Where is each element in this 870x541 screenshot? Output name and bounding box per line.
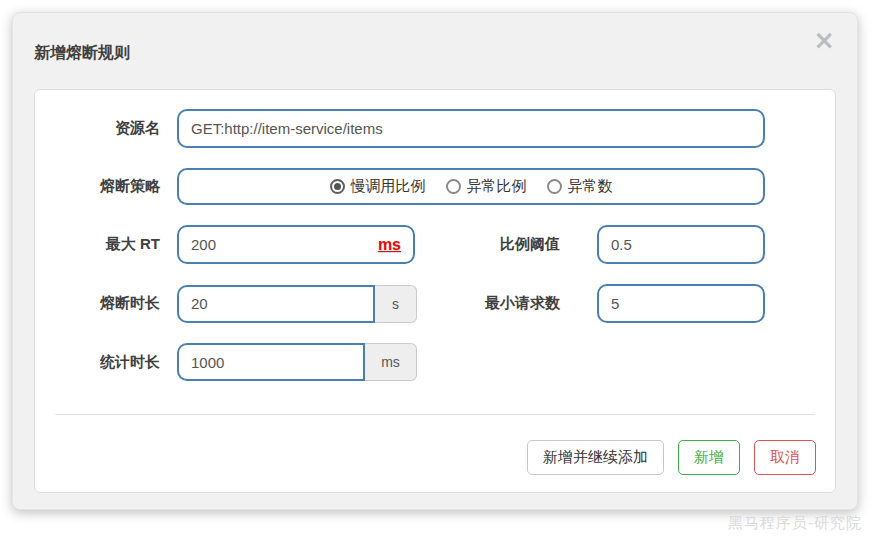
dialog-footer: 新增并继续添加 新增 取消 — [35, 440, 835, 475]
close-icon[interactable]: × — [813, 27, 835, 53]
add-and-continue-button[interactable]: 新增并继续添加 — [527, 440, 664, 475]
strategy-label: 熔断策略 — [35, 177, 177, 196]
watermark: 黑马程序员-研究院 — [728, 514, 862, 533]
ratio-threshold-input[interactable] — [597, 225, 765, 264]
strategy-row: 熔断策略 慢调用比例 异常比例 异常数 — [35, 168, 835, 205]
dialog-title: 新增熔断规则 — [34, 43, 130, 64]
form-panel: 资源名 熔断策略 慢调用比例 异常比例 异常数 最大 R — [34, 89, 836, 493]
strategy-option-error-count[interactable]: 异常数 — [547, 177, 613, 196]
radio-icon — [547, 179, 562, 194]
stat-duration-row: 统计时长 ms — [35, 343, 835, 381]
stat-duration-label: 统计时长 — [35, 353, 177, 372]
radio-label: 异常比例 — [467, 177, 527, 196]
resource-label: 资源名 — [35, 119, 177, 138]
fuse-duration-input[interactable] — [177, 285, 375, 323]
min-requests-input[interactable] — [597, 284, 765, 323]
max-rt-ratio-row: 最大 RT ms 比例阈值 — [35, 225, 835, 264]
strategy-radio-group: 慢调用比例 异常比例 异常数 — [177, 168, 765, 205]
add-button[interactable]: 新增 — [678, 440, 740, 475]
strategy-option-slow-ratio[interactable]: 慢调用比例 — [330, 177, 426, 196]
ratio-threshold-label: 比例阈值 — [415, 235, 597, 254]
radio-label: 慢调用比例 — [351, 177, 426, 196]
resource-input[interactable] — [177, 109, 765, 148]
fuse-duration-label: 熔断时长 — [35, 294, 177, 313]
stat-duration-unit: ms — [365, 343, 417, 381]
radio-icon — [330, 179, 345, 194]
radio-icon — [446, 179, 461, 194]
max-rt-unit-highlight: ms — [378, 236, 401, 254]
max-rt-label: 最大 RT — [35, 235, 177, 254]
strategy-option-error-ratio[interactable]: 异常比例 — [446, 177, 527, 196]
footer-divider — [55, 414, 815, 415]
fuse-duration-unit: s — [375, 285, 417, 323]
radio-label: 异常数 — [568, 177, 613, 196]
stat-duration-input[interactable] — [177, 343, 365, 381]
duration-minreq-row: 熔断时长 s 最小请求数 — [35, 284, 835, 323]
min-requests-label: 最小请求数 — [417, 294, 597, 313]
cancel-button[interactable]: 取消 — [754, 440, 816, 475]
resource-row: 资源名 — [35, 109, 835, 148]
add-fuse-rule-dialog: 新增熔断规则 × 资源名 熔断策略 慢调用比例 异常比例 异常数 — [12, 12, 858, 510]
